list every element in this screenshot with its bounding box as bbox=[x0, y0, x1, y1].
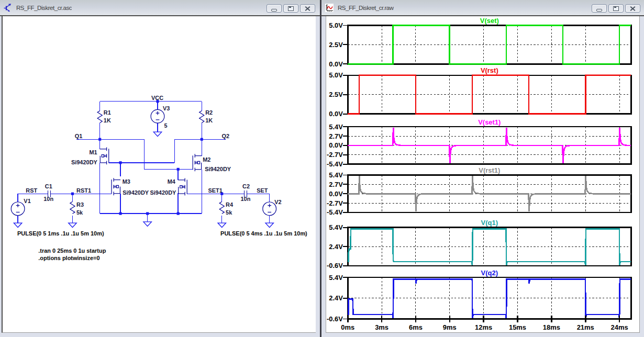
schematic-titlebar[interactable]: RS_FF_Diskret_cr.asc bbox=[0, 0, 321, 15]
schematic-label-R1[interactable]: R1 bbox=[104, 109, 111, 116]
schematic-label-SET1[interactable]: SET1 bbox=[208, 187, 222, 194]
mosfet-M4[interactable] bbox=[178, 178, 187, 195]
close-icon bbox=[630, 6, 636, 11]
schematic-label-Si9420DY[interactable]: Si9420DY bbox=[205, 166, 231, 172]
trace-curve[interactable] bbox=[348, 176, 631, 211]
schematic-label-Q2[interactable]: Q2 bbox=[222, 133, 230, 139]
plot-pane-vset[interactable]: 5.0V2.5V0.0VV(set) bbox=[329, 17, 631, 68]
trace-title-vset1[interactable]: V(set1) bbox=[478, 118, 501, 126]
grid-lines bbox=[348, 228, 631, 266]
trace-title-vrst1[interactable]: V(rst1) bbox=[479, 166, 500, 174]
schematic-label-M2[interactable]: M2 bbox=[203, 156, 210, 163]
plot-pane-vq2[interactable]: 5.4V2.4V-0.6VV(q2) bbox=[327, 269, 631, 323]
schematic-label-5k[interactable]: 5k bbox=[226, 209, 232, 216]
close-button[interactable] bbox=[625, 4, 640, 13]
trace-curve[interactable] bbox=[348, 279, 631, 318]
minimize-icon bbox=[271, 9, 277, 12]
y-axis-labels: 5.4V2.4V-0.6V bbox=[327, 223, 348, 269]
y-tick-label: 5.0V bbox=[329, 21, 343, 29]
y-axis-labels: 5.4V2.7V0.0V-2.7V-5.4V bbox=[327, 171, 348, 216]
mosfet-M2[interactable] bbox=[193, 154, 202, 171]
waveform-canvas[interactable]: 5.0V2.5V0.0VV(set)5.0V2.5V0.0VV(rst)5.4V… bbox=[326, 16, 640, 333]
grid-lines bbox=[348, 25, 631, 64]
trace-title-vq2[interactable]: V(q2) bbox=[481, 269, 498, 277]
spice-directive-text-.tran_0_25ms_0_1u_startu[interactable]: .tran 0 25ms 0 1u startup bbox=[38, 248, 106, 254]
schematic-label-M4[interactable]: M4 bbox=[168, 178, 176, 185]
schematic-label-V3[interactable]: V3 bbox=[163, 105, 170, 111]
x-tick-label: 18ms bbox=[543, 323, 560, 331]
schematic-label-Si9420DY[interactable]: Si9420DY bbox=[71, 159, 98, 165]
schematic-label-1K[interactable]: 1K bbox=[205, 117, 213, 123]
schematic-label-C1[interactable]: C1 bbox=[45, 183, 52, 189]
trace-title-vq1[interactable]: V(q1) bbox=[481, 219, 498, 227]
schematic-label-R3[interactable]: R3 bbox=[76, 201, 84, 208]
resistor-R3[interactable] bbox=[70, 201, 75, 214]
schematic-label-10n[interactable]: 10n bbox=[43, 196, 53, 202]
resistor-R2[interactable] bbox=[199, 111, 204, 123]
resistor-R4[interactable] bbox=[219, 201, 224, 214]
plot-pane-vset1[interactable]: 5.4V2.7V0.0V-2.7V-5.4VV(set1) bbox=[327, 118, 631, 168]
schematic-label-R2[interactable]: R2 bbox=[205, 109, 213, 116]
restore-button[interactable] bbox=[608, 4, 624, 13]
trace-curve[interactable] bbox=[348, 128, 631, 163]
mosfet-M3[interactable] bbox=[112, 178, 120, 195]
plot-pane-vrst[interactable]: 5.0V2.5V0.0VV(rst) bbox=[329, 66, 631, 118]
trace-title: V(set1) bbox=[478, 118, 501, 126]
restore-icon bbox=[288, 6, 294, 11]
schematic-window: RS_FF_Diskret_cr.asc VCCV35R11KR21KQ1Q2M… bbox=[0, 0, 321, 337]
y-tick-label: 2.5V bbox=[329, 41, 343, 49]
schematic-label-Si9420DY[interactable]: Si9420DY bbox=[123, 189, 149, 196]
schematic-label-RST[interactable]: RST bbox=[26, 187, 37, 194]
trace-title-vset[interactable]: V(set) bbox=[480, 17, 499, 25]
schematic-label-VCC[interactable]: VCC bbox=[151, 95, 163, 101]
schematic-label-Q1[interactable]: Q1 bbox=[75, 133, 83, 139]
waveform-titlebar[interactable]: RS_FF_Diskret_cr.raw bbox=[321, 0, 644, 15]
mosfet-M1[interactable] bbox=[100, 147, 109, 164]
schematic-labels: VCCV35R11KR21KQ1Q2M1Si9420DYM2Si9420DYM3… bbox=[17, 95, 307, 261]
schematic-label-M1[interactable]: M1 bbox=[89, 149, 97, 155]
y-tick-label: 0.0V bbox=[329, 141, 343, 149]
ground-symbol[interactable] bbox=[14, 223, 22, 227]
y-tick-label: -5.4V bbox=[327, 208, 343, 216]
close-button[interactable] bbox=[300, 4, 315, 13]
voltage-source-V1[interactable] bbox=[11, 202, 25, 216]
spice-directive-text-PULSE_0_5_1ms_.1u_.1u_5m[interactable]: PULSE(0 5 1ms .1u .1u 5m 10m) bbox=[17, 230, 104, 237]
trace-title: V(q2) bbox=[481, 269, 498, 277]
ground-symbol[interactable] bbox=[265, 223, 274, 227]
schematic-label-5k[interactable]: 5k bbox=[76, 209, 83, 216]
schematic-label-V2[interactable]: V2 bbox=[274, 199, 281, 205]
restore-button[interactable] bbox=[283, 4, 298, 13]
schematic-label-5[interactable]: 5 bbox=[164, 122, 167, 129]
y-tick-label: -0.6V bbox=[327, 262, 343, 269]
ground-symbol[interactable] bbox=[69, 223, 77, 227]
close-icon bbox=[305, 6, 310, 11]
schematic-label-V1[interactable]: V1 bbox=[24, 198, 30, 204]
minimize-button[interactable] bbox=[267, 4, 282, 13]
schematic-label-1K[interactable]: 1K bbox=[104, 117, 111, 123]
schematic-label-M3[interactable]: M3 bbox=[123, 178, 130, 185]
x-tick-label: 15ms bbox=[509, 323, 526, 331]
voltage-source-V3[interactable] bbox=[151, 109, 164, 123]
schematic-canvas[interactable]: VCCV35R11KR21KQ1Q2M1Si9420DYM2Si9420DYM3… bbox=[2, 16, 316, 333]
schematic-label-R4[interactable]: R4 bbox=[226, 201, 234, 208]
schematic-label-SET[interactable]: SET bbox=[257, 187, 268, 194]
spice-directive-text-PULSE_0_5_4ms_.1u_.1u_5m[interactable]: PULSE(0 5 4ms .1u .1u 5m 10m) bbox=[220, 230, 307, 237]
plus-terminal-icon bbox=[156, 111, 160, 115]
trace-curve[interactable] bbox=[348, 229, 631, 265]
schematic-label-RST1[interactable]: RST1 bbox=[76, 187, 91, 194]
ground-symbol[interactable] bbox=[153, 132, 162, 136]
y-axis-labels: 5.0V2.5V0.0V bbox=[329, 21, 348, 68]
spice-directive-text-.options_plotwinsize_0[interactable]: .options plotwinsize=0 bbox=[38, 255, 99, 261]
trace-title-vrst[interactable]: V(rst) bbox=[481, 66, 498, 74]
ground-symbol[interactable] bbox=[218, 223, 226, 227]
schematic-label-C2[interactable]: C2 bbox=[242, 183, 250, 189]
plot-pane-vq1[interactable]: 5.4V2.4V-0.6VV(q1) bbox=[327, 219, 631, 269]
ground-symbols[interactable] bbox=[14, 132, 273, 227]
schematic-label-10n[interactable]: 10n bbox=[240, 196, 250, 202]
ground-symbol[interactable] bbox=[143, 222, 152, 226]
plot-pane-vrst1[interactable]: 5.4V2.7V0.0V-2.7V-5.4VV(rst1) bbox=[327, 166, 631, 216]
schematic-label-Si9420DY[interactable]: Si9420DY bbox=[150, 189, 176, 196]
resistor-R1[interactable] bbox=[97, 111, 102, 123]
minimize-button[interactable] bbox=[592, 4, 607, 13]
trace-title: V(set) bbox=[480, 17, 499, 25]
